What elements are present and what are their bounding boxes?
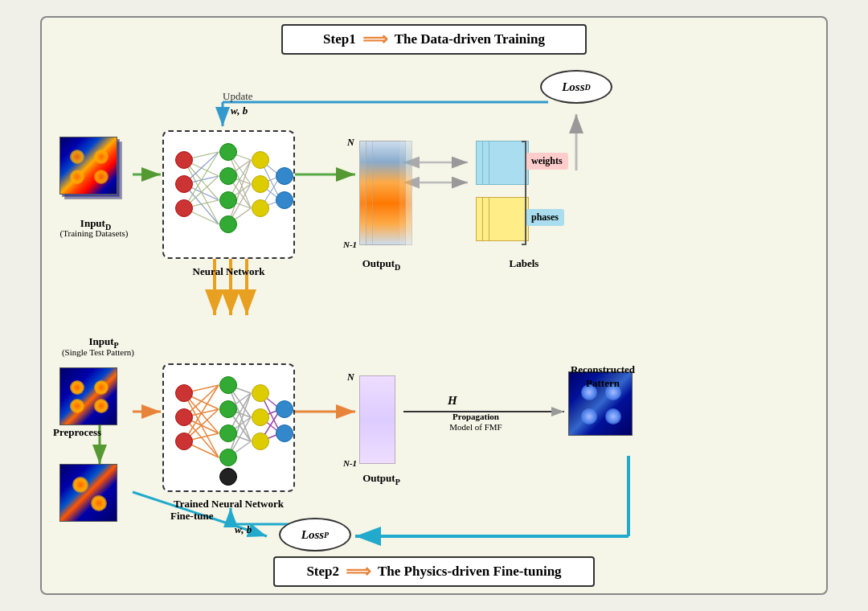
wb-label-bottom: w, b: [235, 523, 252, 536]
step2-title: The Physics-driven Fine-tuning: [378, 564, 562, 580]
step1-label: Step1: [323, 31, 356, 47]
labels-container: weights phases: [476, 137, 572, 249]
trained-nn-label: Trained Neural Network: [154, 498, 303, 511]
step1-title: The Data-driven Training: [395, 31, 545, 47]
output-d-stack: N N-1: [359, 137, 403, 249]
step1-banner: Step1 ⟹ The Data-driven Training: [281, 24, 587, 55]
prop-model-label: Propagation: [436, 412, 516, 421]
wb-label-top: w, b: [231, 105, 248, 117]
output-p-label: OutputP: [355, 472, 407, 486]
preprocess-label: Preprocess: [53, 426, 101, 439]
prop-model-desc: Model of FMF: [436, 422, 516, 432]
input-p-image-top: [59, 367, 117, 425]
loss-p-oval: LossP: [279, 518, 351, 552]
neural-network-box: [162, 130, 295, 259]
step2-label: Step2: [306, 564, 339, 580]
input-p-image-bottom: [59, 464, 117, 522]
reconstructed-label: ReconstructedPattern: [563, 363, 643, 391]
trained-nn-box: [162, 363, 295, 492]
h-label: H: [448, 394, 457, 408]
input-d-image: [59, 137, 132, 209]
labels-label: Labels: [476, 257, 572, 270]
step2-arrow: ⟹: [346, 561, 371, 582]
output-p-stack: N N-1: [359, 371, 403, 468]
main-container: Step1 ⟹ The Data-driven Training Update …: [40, 16, 828, 595]
input-d-desc: (Training Datasets): [50, 228, 138, 238]
neural-network-label: Neural Network: [162, 265, 295, 278]
input-p-desc: (Single Test Pattern): [50, 347, 146, 357]
step2-banner: Step2 ⟹ The Physics-driven Fine-tuning: [273, 556, 595, 587]
update-label: Update: [223, 90, 253, 103]
output-d-label: OutputD: [355, 257, 407, 272]
loss-d-oval: LossD: [540, 70, 612, 104]
step1-arrow: ⟹: [362, 29, 388, 50]
finetune-label: Fine-tune: [170, 510, 213, 523]
